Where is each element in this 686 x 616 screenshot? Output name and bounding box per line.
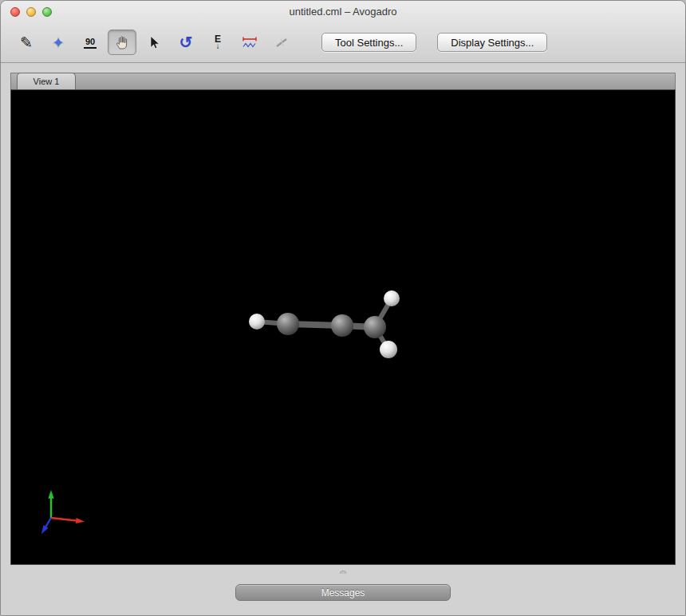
align-ruler-icon xyxy=(241,36,258,49)
rotate-icon: ↺ xyxy=(179,34,193,50)
close-button[interactable] xyxy=(10,7,20,17)
display-settings-button[interactable]: Display Settings... xyxy=(437,33,547,52)
view-tabstrip: View 1 xyxy=(10,73,676,89)
splitter-handle[interactable] xyxy=(340,571,347,574)
optimize-icon: E ↓ xyxy=(215,35,221,50)
zoom-button[interactable] xyxy=(42,7,52,17)
draw-tool-button[interactable]: ✎ xyxy=(12,30,41,55)
navigate-star-icon: ✦ xyxy=(52,35,65,50)
axes-indicator xyxy=(38,488,86,535)
pencil-icon: ✎ xyxy=(20,35,33,50)
select-tool-button[interactable] xyxy=(140,30,168,55)
workspace: View 1 xyxy=(1,63,685,616)
toolbar: ✎ ✦ 90 ↺ xyxy=(1,22,685,62)
align-tool-button[interactable] xyxy=(235,30,264,55)
avogadro-window: untitled.cml – Avogadro ✎ ✦ 90 xyxy=(0,0,686,616)
tab-view-1[interactable]: View 1 xyxy=(17,73,76,89)
bottom-bar: Messages xyxy=(10,565,676,616)
bond-centric-icon xyxy=(274,35,290,49)
auto-rotate-tool-button[interactable]: ↺ xyxy=(172,30,200,55)
molecule-render xyxy=(11,90,676,564)
measure-angle-icon: 90 xyxy=(84,37,97,49)
window-title: untitled.cml – Avogadro xyxy=(290,6,397,18)
auto-optimize-tool-button[interactable]: E ↓ xyxy=(203,30,232,55)
manipulate-tool-button[interactable] xyxy=(108,30,136,55)
navigate-tool-button[interactable]: ✦ xyxy=(44,30,73,55)
measure-label: 90 xyxy=(85,37,95,46)
measure-tool-button[interactable]: 90 xyxy=(76,30,104,55)
messages-button[interactable]: Messages xyxy=(235,584,451,601)
molecule-viewport[interactable] xyxy=(10,89,676,565)
tool-settings-button[interactable]: Tool Settings... xyxy=(321,33,416,52)
bond-centric-tool-button[interactable] xyxy=(267,30,296,55)
cursor-arrow-icon xyxy=(146,34,162,50)
hand-icon xyxy=(114,34,130,50)
traffic-lights xyxy=(10,1,52,22)
minimize-button[interactable] xyxy=(26,7,36,17)
titlebar[interactable]: untitled.cml – Avogadro xyxy=(1,1,685,22)
window-chrome: untitled.cml – Avogadro ✎ ✦ 90 xyxy=(1,1,685,63)
